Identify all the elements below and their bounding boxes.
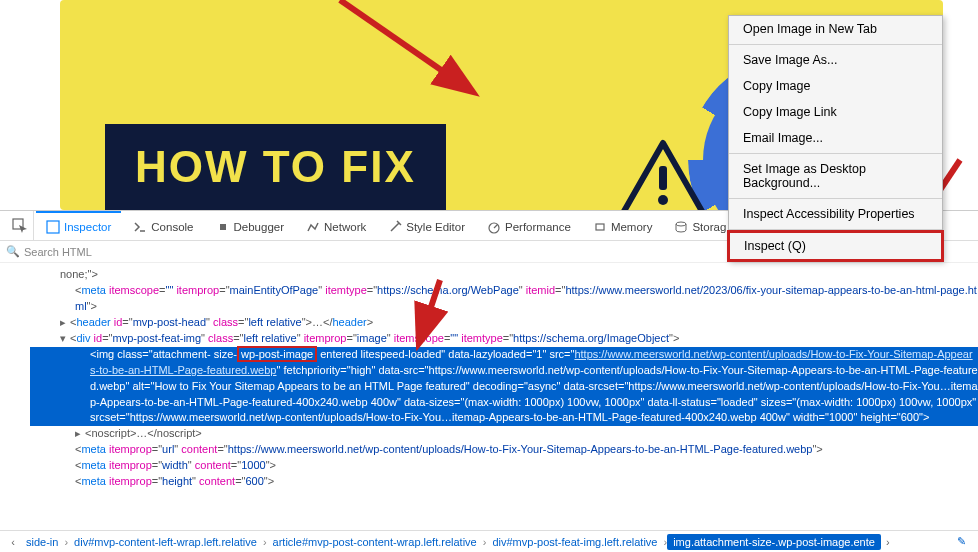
console-icon — [133, 220, 147, 234]
ctx-email-image[interactable]: Email Image... — [729, 125, 942, 151]
search-placeholder: Search HTML — [24, 246, 92, 258]
element-picker-button[interactable] — [6, 211, 34, 240]
tab-inspector[interactable]: Inspector — [36, 211, 121, 240]
highlighted-class: wp-post-image — [237, 346, 317, 362]
code-line-meta-w[interactable]: <meta itemprop="width" content="1000"> — [30, 458, 978, 474]
code-line-img-selected[interactable]: <img class="attachment- size-wp-post-ima… — [30, 347, 978, 427]
hero-title-box: HOW TO FIX — [105, 124, 446, 210]
style-icon — [388, 220, 402, 234]
ctx-copy-link[interactable]: Copy Image Link — [729, 99, 942, 125]
tab-storage[interactable]: Storag — [664, 211, 736, 240]
breadcrumb-item[interactable]: div#mvp-content-left-wrap.left.relative — [68, 536, 263, 548]
svg-rect-7 — [47, 221, 59, 233]
code-line-meta[interactable]: <meta itemscope="" itemprop="mainEntityO… — [30, 283, 978, 315]
dom-tree[interactable]: none;"> <meta itemscope="" itemprop="mai… — [0, 263, 978, 530]
memory-icon — [593, 220, 607, 234]
breadcrumb-item[interactable]: side-in — [20, 536, 64, 548]
ctx-separator — [729, 44, 942, 45]
ctx-separator — [729, 198, 942, 199]
code-line[interactable]: none;"> — [30, 267, 978, 283]
tab-network[interactable]: Network — [296, 211, 376, 240]
breadcrumb-item[interactable]: div#mvp-post-feat-img.left.relative — [486, 536, 663, 548]
svg-point-2 — [658, 195, 668, 205]
tab-style-editor[interactable]: Style Editor — [378, 211, 475, 240]
tab-console[interactable]: Console — [123, 211, 203, 240]
inspector-icon — [46, 220, 60, 234]
storage-icon — [674, 220, 688, 234]
ctx-inspect[interactable]: Inspect (Q) — [727, 230, 944, 262]
tab-debugger[interactable]: Debugger — [206, 211, 295, 240]
code-line-noscript[interactable]: ▸<noscript>…</noscript> — [30, 426, 978, 442]
breadcrumb-item-selected[interactable]: img.attachment-size-.wp-post-image.ente — [667, 534, 881, 550]
network-icon — [306, 220, 320, 234]
breadcrumb-prev[interactable]: ‹ — [6, 536, 20, 548]
tab-performance[interactable]: Performance — [477, 211, 581, 240]
tab-memory[interactable]: Memory — [583, 211, 663, 240]
ctx-set-background[interactable]: Set Image as Desktop Background... — [729, 156, 942, 196]
code-line-div[interactable]: ▾<div id="mvp-post-feat-img" class="left… — [30, 331, 978, 347]
hero-title: HOW TO FIX — [135, 142, 416, 192]
ctx-inspect-a11y[interactable]: Inspect Accessibility Properties — [729, 201, 942, 227]
breadcrumb-next[interactable]: › — [881, 536, 895, 548]
eyedropper-icon[interactable]: ✎ — [951, 535, 972, 548]
code-line-meta-url[interactable]: <meta itemprop="url" content="https://ww… — [30, 442, 978, 458]
code-line-meta-h[interactable]: <meta itemprop="height" content="600"> — [30, 474, 978, 490]
svg-rect-8 — [220, 224, 226, 230]
context-menu: Open Image in New Tab Save Image As... C… — [728, 15, 943, 261]
svg-rect-10 — [596, 224, 604, 230]
code-line-header[interactable]: ▸<header id="mvp-post-head" class="left … — [30, 315, 978, 331]
ctx-copy-image[interactable]: Copy Image — [729, 73, 942, 99]
warning-icon — [618, 138, 708, 210]
svg-point-11 — [676, 222, 686, 226]
performance-icon — [487, 220, 501, 234]
ctx-open-new-tab[interactable]: Open Image in New Tab — [729, 16, 942, 42]
breadcrumb-bar: ‹ side-in› div#mvp-content-left-wrap.lef… — [0, 530, 978, 552]
svg-rect-1 — [659, 166, 667, 190]
debugger-icon — [216, 220, 230, 234]
picker-icon — [12, 218, 28, 234]
breadcrumb-item[interactable]: article#mvp-post-content-wrap.left.relat… — [267, 536, 483, 548]
ctx-save-as[interactable]: Save Image As... — [729, 47, 942, 73]
search-icon: 🔍 — [6, 245, 20, 258]
ctx-separator — [729, 153, 942, 154]
